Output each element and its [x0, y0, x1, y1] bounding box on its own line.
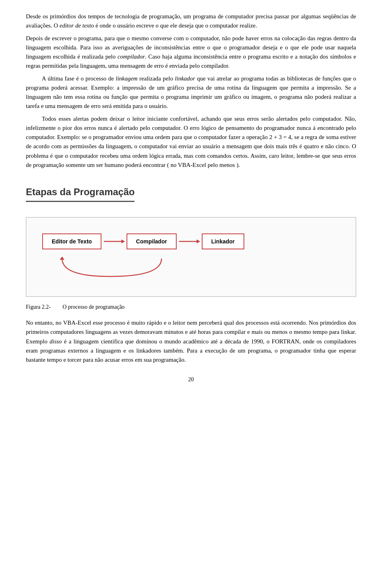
italic-linkador: linkador: [175, 75, 195, 82]
main-text-top: Desde os primórdios dos tempos de tecnol…: [26, 12, 356, 170]
page-number: 20: [26, 376, 356, 383]
diagram-boxes: Editor de Texto Compilador Linkador: [42, 233, 348, 249]
figure-caption: Figura 2.2- O processo de programação: [26, 304, 356, 310]
arrow-1: [103, 237, 125, 246]
svg-marker-1: [121, 239, 125, 243]
paragraph-2: Depois de escrever o programa, para que …: [26, 34, 356, 71]
arrow-2: [178, 237, 200, 246]
italic-compilador: compilador: [117, 53, 145, 60]
diagram-box-linkador: Linkador: [202, 233, 244, 249]
svg-marker-4: [60, 257, 64, 260]
page: Desde os primórdios dos tempos de tecnol…: [0, 0, 382, 588]
paragraph-4: Todos esses alertas podem deixar o leito…: [26, 114, 356, 170]
diagram-box-compilador: Compilador: [127, 233, 177, 249]
section-heading: Etapas da Programação: [26, 174, 356, 213]
post-paragraph-1: No entanto, no VBA-Excel esse processo é…: [26, 318, 356, 365]
diagram-box-editor: Editor de Texto: [42, 233, 101, 249]
diagram-container: Editor de Texto Compilador Linkador: [26, 217, 356, 297]
italic-disso: disso: [50, 338, 62, 345]
figure-label: Figura 2.2-: [26, 304, 51, 310]
italic-linkagem: linkagem: [116, 75, 138, 82]
paragraph-3: A última fase é o processo de linkagem r…: [26, 74, 356, 111]
figure-text: O processo de programação: [62, 304, 125, 310]
italic-editor-de-texto: editor de texto: [60, 22, 94, 29]
post-diagram-text: No entanto, no VBA-Excel esse processo é…: [26, 318, 356, 365]
paragraph-1: Desde os primórdios dos tempos de tecnol…: [26, 12, 356, 31]
svg-marker-3: [197, 239, 200, 243]
diagram-curve: [42, 257, 348, 282]
